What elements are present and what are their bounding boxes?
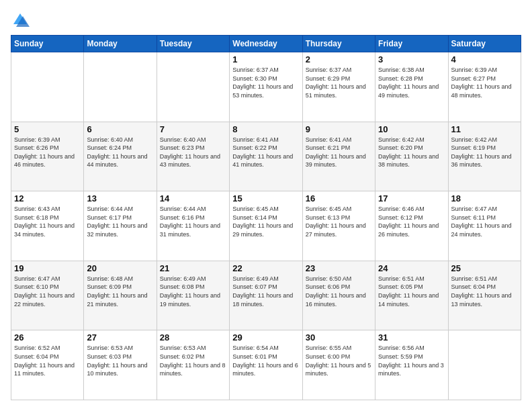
day-info: Sunrise: 6:40 AM Sunset: 6:23 PM Dayligh… <box>160 136 226 169</box>
day-info: Sunrise: 6:51 AM Sunset: 6:04 PM Dayligh… <box>451 275 518 308</box>
day-number: 5 <box>14 124 81 134</box>
day-info: Sunrise: 6:49 AM Sunset: 6:08 PM Dayligh… <box>160 275 226 308</box>
day-number: 17 <box>378 193 445 203</box>
calendar-cell: 30Sunrise: 6:55 AM Sunset: 6:00 PM Dayli… <box>302 330 375 400</box>
col-header-tuesday: Tuesday <box>157 36 229 52</box>
calendar-cell: 17Sunrise: 6:46 AM Sunset: 6:12 PM Dayli… <box>375 191 448 261</box>
calendar-week-row: 19Sunrise: 6:47 AM Sunset: 6:10 PM Dayli… <box>11 261 521 330</box>
day-info: Sunrise: 6:53 AM Sunset: 6:03 PM Dayligh… <box>87 344 153 377</box>
day-info: Sunrise: 6:52 AM Sunset: 6:04 PM Dayligh… <box>14 344 81 377</box>
calendar-cell: 16Sunrise: 6:45 AM Sunset: 6:13 PM Dayli… <box>302 191 375 261</box>
day-number: 11 <box>451 124 518 134</box>
day-info: Sunrise: 6:37 AM Sunset: 6:30 PM Dayligh… <box>232 66 299 99</box>
col-header-friday: Friday <box>375 36 448 52</box>
day-number: 4 <box>451 54 518 64</box>
col-header-monday: Monday <box>84 36 157 52</box>
col-header-thursday: Thursday <box>302 36 375 52</box>
day-number: 31 <box>378 332 445 342</box>
day-number: 10 <box>378 124 445 134</box>
calendar-cell: 18Sunrise: 6:47 AM Sunset: 6:11 PM Dayli… <box>448 191 521 261</box>
day-number: 23 <box>306 263 372 273</box>
calendar-cell: 31Sunrise: 6:56 AM Sunset: 5:59 PM Dayli… <box>375 330 448 400</box>
calendar-cell: 25Sunrise: 6:51 AM Sunset: 6:04 PM Dayli… <box>448 261 521 330</box>
day-info: Sunrise: 6:39 AM Sunset: 6:26 PM Dayligh… <box>14 136 81 169</box>
day-number: 20 <box>87 263 153 273</box>
day-info: Sunrise: 6:55 AM Sunset: 6:00 PM Dayligh… <box>306 344 372 377</box>
logo <box>11 11 32 30</box>
calendar-week-row: 26Sunrise: 6:52 AM Sunset: 6:04 PM Dayli… <box>11 330 521 400</box>
calendar-cell: 21Sunrise: 6:49 AM Sunset: 6:08 PM Dayli… <box>157 261 229 330</box>
logo-icon <box>11 11 30 30</box>
day-info: Sunrise: 6:54 AM Sunset: 6:01 PM Dayligh… <box>232 344 299 377</box>
day-info: Sunrise: 6:38 AM Sunset: 6:28 PM Dayligh… <box>378 66 445 99</box>
day-info: Sunrise: 6:41 AM Sunset: 6:22 PM Dayligh… <box>232 136 299 169</box>
day-number: 18 <box>451 193 518 203</box>
calendar-cell: 14Sunrise: 6:44 AM Sunset: 6:16 PM Dayli… <box>157 191 229 261</box>
calendar-cell: 6Sunrise: 6:40 AM Sunset: 6:24 PM Daylig… <box>84 122 157 191</box>
day-number: 26 <box>14 332 81 342</box>
day-number: 3 <box>378 54 445 64</box>
col-header-sunday: Sunday <box>11 36 84 52</box>
day-number: 7 <box>160 124 226 134</box>
day-number: 19 <box>14 263 81 273</box>
day-info: Sunrise: 6:50 AM Sunset: 6:06 PM Dayligh… <box>306 275 372 308</box>
day-number: 1 <box>232 54 299 64</box>
calendar-cell: 13Sunrise: 6:44 AM Sunset: 6:17 PM Dayli… <box>84 191 157 261</box>
day-info: Sunrise: 6:48 AM Sunset: 6:09 PM Dayligh… <box>87 275 153 308</box>
col-header-saturday: Saturday <box>448 36 521 52</box>
day-number: 21 <box>160 263 226 273</box>
day-number: 9 <box>306 124 372 134</box>
calendar-cell <box>157 52 229 122</box>
day-number: 2 <box>306 54 372 64</box>
page: SundayMondayTuesdayWednesdayThursdayFrid… <box>0 0 532 411</box>
calendar-week-row: 12Sunrise: 6:43 AM Sunset: 6:18 PM Dayli… <box>11 191 521 261</box>
calendar-cell: 26Sunrise: 6:52 AM Sunset: 6:04 PM Dayli… <box>11 330 84 400</box>
calendar-cell <box>11 52 84 122</box>
calendar-cell: 2Sunrise: 6:37 AM Sunset: 6:29 PM Daylig… <box>302 52 375 122</box>
calendar-cell: 27Sunrise: 6:53 AM Sunset: 6:03 PM Dayli… <box>84 330 157 400</box>
calendar-cell: 20Sunrise: 6:48 AM Sunset: 6:09 PM Dayli… <box>84 261 157 330</box>
day-info: Sunrise: 6:51 AM Sunset: 6:05 PM Dayligh… <box>378 275 445 308</box>
calendar-cell: 19Sunrise: 6:47 AM Sunset: 6:10 PM Dayli… <box>11 261 84 330</box>
day-info: Sunrise: 6:37 AM Sunset: 6:29 PM Dayligh… <box>306 66 372 99</box>
calendar-cell: 5Sunrise: 6:39 AM Sunset: 6:26 PM Daylig… <box>11 122 84 191</box>
day-info: Sunrise: 6:43 AM Sunset: 6:18 PM Dayligh… <box>14 205 81 238</box>
day-number: 27 <box>87 332 153 342</box>
day-info: Sunrise: 6:56 AM Sunset: 5:59 PM Dayligh… <box>378 344 445 377</box>
calendar-cell: 9Sunrise: 6:41 AM Sunset: 6:21 PM Daylig… <box>302 122 375 191</box>
calendar-cell: 12Sunrise: 6:43 AM Sunset: 6:18 PM Dayli… <box>11 191 84 261</box>
calendar-cell: 23Sunrise: 6:50 AM Sunset: 6:06 PM Dayli… <box>302 261 375 330</box>
day-number: 28 <box>160 332 226 342</box>
calendar-cell <box>448 330 521 400</box>
calendar-cell: 28Sunrise: 6:53 AM Sunset: 6:02 PM Dayli… <box>157 330 229 400</box>
calendar-table: SundayMondayTuesdayWednesdayThursdayFrid… <box>11 35 521 400</box>
day-info: Sunrise: 6:47 AM Sunset: 6:10 PM Dayligh… <box>14 275 81 308</box>
header <box>11 11 521 30</box>
day-info: Sunrise: 6:39 AM Sunset: 6:27 PM Dayligh… <box>451 66 518 99</box>
day-number: 22 <box>232 263 299 273</box>
day-info: Sunrise: 6:41 AM Sunset: 6:21 PM Dayligh… <box>306 136 372 169</box>
calendar-cell: 11Sunrise: 6:42 AM Sunset: 6:19 PM Dayli… <box>448 122 521 191</box>
day-number: 6 <box>87 124 153 134</box>
day-info: Sunrise: 6:44 AM Sunset: 6:16 PM Dayligh… <box>160 205 226 238</box>
day-info: Sunrise: 6:53 AM Sunset: 6:02 PM Dayligh… <box>160 344 226 377</box>
day-number: 29 <box>232 332 299 342</box>
day-info: Sunrise: 6:47 AM Sunset: 6:11 PM Dayligh… <box>451 205 518 238</box>
day-info: Sunrise: 6:46 AM Sunset: 6:12 PM Dayligh… <box>378 205 445 238</box>
day-info: Sunrise: 6:49 AM Sunset: 6:07 PM Dayligh… <box>232 275 299 308</box>
calendar-cell: 10Sunrise: 6:42 AM Sunset: 6:20 PM Dayli… <box>375 122 448 191</box>
day-info: Sunrise: 6:45 AM Sunset: 6:14 PM Dayligh… <box>232 205 299 238</box>
calendar-header-row: SundayMondayTuesdayWednesdayThursdayFrid… <box>11 36 521 52</box>
calendar-week-row: 1Sunrise: 6:37 AM Sunset: 6:30 PM Daylig… <box>11 52 521 122</box>
calendar-week-row: 5Sunrise: 6:39 AM Sunset: 6:26 PM Daylig… <box>11 122 521 191</box>
day-info: Sunrise: 6:45 AM Sunset: 6:13 PM Dayligh… <box>306 205 372 238</box>
day-info: Sunrise: 6:42 AM Sunset: 6:20 PM Dayligh… <box>378 136 445 169</box>
calendar-cell: 7Sunrise: 6:40 AM Sunset: 6:23 PM Daylig… <box>157 122 229 191</box>
col-header-wednesday: Wednesday <box>230 36 302 52</box>
calendar-cell: 22Sunrise: 6:49 AM Sunset: 6:07 PM Dayli… <box>230 261 302 330</box>
day-number: 15 <box>232 193 299 203</box>
calendar-cell: 4Sunrise: 6:39 AM Sunset: 6:27 PM Daylig… <box>448 52 521 122</box>
day-info: Sunrise: 6:40 AM Sunset: 6:24 PM Dayligh… <box>87 136 153 169</box>
day-number: 12 <box>14 193 81 203</box>
calendar-cell: 3Sunrise: 6:38 AM Sunset: 6:28 PM Daylig… <box>375 52 448 122</box>
